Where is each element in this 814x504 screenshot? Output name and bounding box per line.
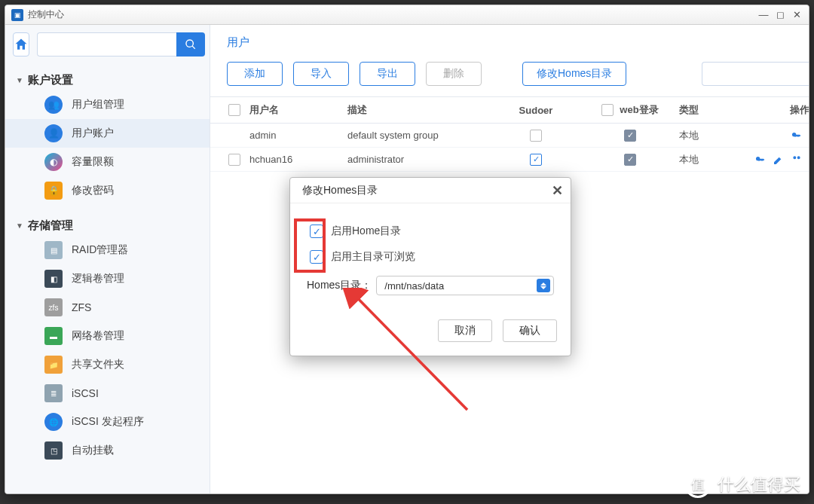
col-username: 用户名 <box>249 103 347 117</box>
option-label: 启用Home目录 <box>331 225 401 238</box>
sidebar-item-iscsi-initiator[interactable]: 🌐iSCSI 发起程序 <box>5 408 210 436</box>
titlebar: ▣ 控制中心 — ◻ ✕ <box>5 5 809 25</box>
dialog-close-button[interactable]: ✕ <box>552 182 563 199</box>
edit-homes-button[interactable]: 修改Homes目录 <box>522 62 626 86</box>
sidebar-item-label: 网络卷管理 <box>72 329 124 343</box>
cell-username: admin <box>249 130 347 141</box>
key-icon[interactable] <box>791 130 803 142</box>
row-checkbox[interactable] <box>228 154 240 166</box>
edit-icon[interactable] <box>809 130 809 142</box>
key-icon[interactable] <box>754 154 767 166</box>
page-title: 用户 <box>210 25 809 56</box>
search-icon <box>185 38 197 50</box>
cell-desc: administrator <box>347 154 491 165</box>
sidebar-search <box>37 32 205 57</box>
grid-icon[interactable] <box>809 154 809 166</box>
sidebar-item-password[interactable]: 🔒修改密码 <box>5 176 210 205</box>
delete-button[interactable]: 删除 <box>426 62 482 86</box>
option-enable-home[interactable]: 启用Home目录 <box>307 225 554 238</box>
lock-icon: 🔒 <box>44 182 63 200</box>
table-row: admin default system group 本地 <box>210 124 809 148</box>
web-checkbox[interactable] <box>624 154 636 166</box>
sidebar-item-label: 容量限额 <box>72 155 114 169</box>
sidebar-item-lvm[interactable]: ◧逻辑卷管理 <box>5 264 210 293</box>
col-ops: 操作 <box>754 103 809 117</box>
web-all-checkbox[interactable] <box>601 104 614 116</box>
lvm-icon: ◧ <box>44 270 63 288</box>
sidebar-search-input[interactable] <box>37 32 176 57</box>
sidebar: ▼账户设置 👥用户组管理 👤用户账户 ◐容量限额 🔒修改密码 ▼存储管理 ▤RA… <box>5 25 210 493</box>
sidebar-item-quota[interactable]: ◐容量限额 <box>5 148 210 176</box>
table-search-input[interactable] <box>702 62 809 86</box>
edit-icon[interactable] <box>773 154 785 166</box>
watermark-badge-icon: 值 <box>684 471 711 498</box>
sidebar-item-zfs[interactable]: zfsZFS <box>5 293 210 322</box>
sidebar-item-raid[interactable]: ▤RAID管理器 <box>5 236 210 264</box>
table-row: hchuan16 administrator 本地 <box>210 148 809 172</box>
homes-label: Homes目录： <box>307 279 372 292</box>
col-sudoer: Sudoer <box>491 105 581 116</box>
sidebar-item-label: iSCSI 发起程序 <box>72 415 144 429</box>
section-account[interactable]: ▼账户设置 <box>5 67 210 90</box>
sidebar-item-share[interactable]: 📁共享文件夹 <box>5 350 210 379</box>
homes-path-select[interactable]: /mnt/nas/data <box>376 276 554 295</box>
col-type: 类型 <box>679 103 754 117</box>
iscsi-icon: ≣ <box>44 384 63 402</box>
dialog-titlebar: 修改Homes目录 ✕ <box>290 178 571 203</box>
nas-icon: ▬ <box>44 327 63 345</box>
toolbar: 添加 导入 导出 删除 修改Homes目录 <box>210 56 809 96</box>
cell-username: hchuan16 <box>249 154 347 165</box>
usergroup-icon: 👥 <box>44 96 63 114</box>
sidebar-item-label: 逻辑卷管理 <box>72 272 124 286</box>
chevron-down-icon: ▼ <box>16 221 23 230</box>
chevron-down-icon: ▼ <box>16 76 23 84</box>
watermark: 值 什么值得买 <box>684 471 800 498</box>
section-storage[interactable]: ▼存储管理 <box>5 212 210 236</box>
sudoer-checkbox[interactable] <box>530 130 542 142</box>
user-icon: 👤 <box>44 124 63 142</box>
import-button[interactable]: 导入 <box>293 62 349 86</box>
app-icon: ▣ <box>11 9 23 21</box>
sidebar-item-label: 共享文件夹 <box>72 358 124 371</box>
col-web: web登录 <box>581 103 679 117</box>
quota-icon: ◐ <box>44 153 63 171</box>
sidebar-item-label: 自动挂载 <box>72 444 114 457</box>
homes-dialog: 修改Homes目录 ✕ 启用Home目录 启用主目录可浏览 Homes目录： /… <box>289 177 571 356</box>
raid-icon: ▤ <box>44 241 63 259</box>
watermark-text: 什么值得买 <box>718 473 800 496</box>
sidebar-item-nas[interactable]: ▬网络卷管理 <box>5 322 210 350</box>
option-home-browsable[interactable]: 启用主目录可浏览 <box>307 250 554 264</box>
close-button[interactable]: ✕ <box>791 9 803 21</box>
table-search <box>702 62 809 86</box>
export-button[interactable]: 导出 <box>360 62 415 86</box>
home-icon <box>14 37 29 52</box>
select-all-checkbox[interactable] <box>228 104 240 116</box>
home-button[interactable] <box>13 32 29 57</box>
annotation-highlight <box>294 218 326 273</box>
zfs-icon: zfs <box>44 298 63 316</box>
ok-button[interactable]: 确认 <box>503 319 557 342</box>
globe-icon: 🌐 <box>44 413 63 431</box>
web-checkbox[interactable] <box>624 130 636 142</box>
sidebar-item-label: 用户组管理 <box>72 98 124 111</box>
sidebar-item-label: ZFS <box>72 301 91 313</box>
cancel-button[interactable]: 取消 <box>438 319 492 342</box>
select-arrow-icon <box>537 279 550 292</box>
sidebar-item-automount[interactable]: ◳自动挂载 <box>5 436 210 465</box>
sudoer-checkbox[interactable] <box>530 154 542 166</box>
select-value: /mnt/nas/data <box>384 280 444 292</box>
maximize-button[interactable]: ◻ <box>774 9 786 21</box>
cell-type: 本地 <box>679 153 754 166</box>
dialog-title: 修改Homes目录 <box>302 184 378 197</box>
table-header: 用户名 描述 Sudoer web登录 类型 操作 <box>210 96 809 124</box>
mount-icon: ◳ <box>44 441 63 460</box>
sidebar-item-label: 修改密码 <box>72 184 114 197</box>
sidebar-item-users[interactable]: 👤用户账户 <box>5 119 210 148</box>
sidebar-item-label: RAID管理器 <box>72 243 128 257</box>
sidebar-item-iscsi[interactable]: ≣iSCSI <box>5 379 210 408</box>
group-icon[interactable] <box>791 154 803 166</box>
sidebar-item-usergroup[interactable]: 👥用户组管理 <box>5 90 210 119</box>
sidebar-search-button[interactable] <box>176 32 205 57</box>
add-button[interactable]: 添加 <box>227 62 283 86</box>
minimize-button[interactable]: — <box>757 9 770 21</box>
